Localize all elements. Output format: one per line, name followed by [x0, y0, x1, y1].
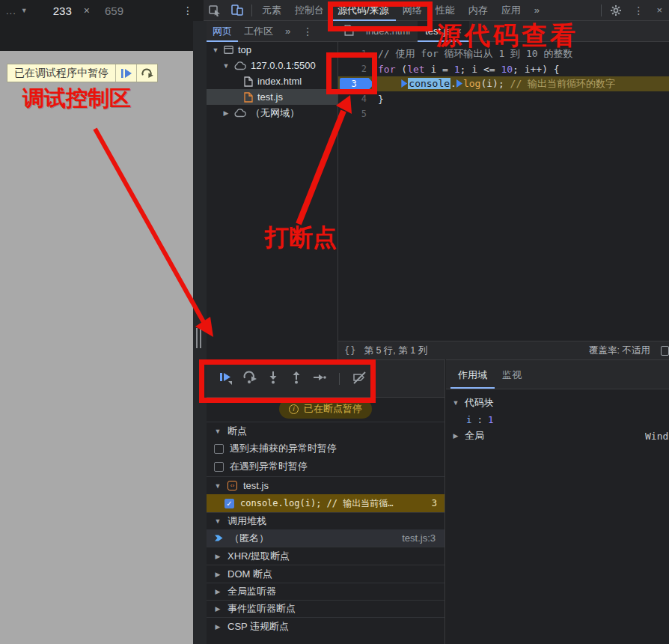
section-event-listener-breakpoints[interactable]: ▶ 事件监听器断点: [207, 600, 445, 617]
checkbox-checked[interactable]: ✓: [224, 499, 234, 508]
chevron-down-icon[interactable]: ▼: [222, 62, 230, 70]
gutter-line-number[interactable]: 4: [338, 94, 378, 104]
section-breakpoints[interactable]: ▼ 断点: [207, 422, 445, 440]
tab-console[interactable]: 控制台: [288, 0, 331, 21]
scope-variable-row[interactable]: i: 1: [446, 411, 669, 428]
more-tabs-button[interactable]: »: [528, 0, 546, 21]
tab-overflow-button[interactable]: ...: [6, 5, 16, 16]
checkbox-label: 在遇到异常时暂停: [230, 460, 308, 473]
editor-status-bar: {} 第 5 行, 第 1 列 覆盖率: 不适用: [338, 341, 669, 359]
code-editor[interactable]: 1 // 使用 for 循环输出从 1 到 10 的整数 2 for (let …: [338, 42, 669, 341]
device-toolbar-button[interactable]: [226, 4, 248, 16]
call-stack-frame-row[interactable]: （匿名） test.js:3: [207, 529, 445, 547]
section-title: 事件监听器断点: [227, 602, 296, 616]
sidebar-more-tabs-button[interactable]: »: [279, 21, 296, 42]
scope-pane: 作用域 监视 ▼ 代码块 i: 1 ▶ 全局 Wind: [446, 359, 669, 644]
resume-icon: [120, 68, 132, 79]
annotation-label-debug-area: 调试控制区: [22, 84, 131, 114]
section-title: 调用堆栈: [227, 514, 266, 528]
web-page-viewport: 已在调试程序中暂停: [0, 51, 193, 644]
inspect-cursor-icon: [209, 4, 221, 16]
scope-global-section[interactable]: ▶ 全局 Wind: [446, 428, 669, 444]
inspect-element-button[interactable]: [204, 4, 226, 16]
settings-button[interactable]: [605, 4, 627, 16]
sources-sidebar-tabs: 网页 工作区 » ⋮: [207, 21, 338, 42]
tree-item-label: test.js: [257, 91, 283, 103]
gutter-line-number[interactable]: 5: [338, 109, 378, 119]
scope-tab-bar: 作用域 监视: [446, 360, 669, 389]
section-xhr-breakpoints[interactable]: ▶ XHR/提取断点: [207, 547, 445, 565]
chevron-right-icon: ▶: [214, 571, 222, 578]
browser-tab-active[interactable]: 233: [53, 4, 72, 17]
cloud-icon: [234, 61, 246, 70]
annotation-box-breakpoint-marker: [326, 52, 377, 94]
devtools-menu-icon[interactable]: ⋮: [627, 4, 650, 16]
code-line-2: 2 for (let i = 1; i <= 10; i++) {: [338, 61, 669, 76]
dock-divider-strip: [193, 21, 207, 644]
toolbar-divider: [251, 4, 252, 16]
code-evaluated-token: console: [408, 78, 450, 89]
checkbox-unchecked[interactable]: [214, 462, 224, 472]
overlay-resume-button[interactable]: [115, 64, 136, 82]
annotation-label-set-breakpoint: 打断点: [265, 222, 337, 255]
tab-application[interactable]: 应用: [495, 0, 528, 21]
section-call-stack[interactable]: ▼ 调用堆栈: [207, 512, 445, 529]
checkbox-label: 遇到未捕获的异常时暂停: [230, 442, 337, 455]
tree-item-no-domain[interactable]: ▶ （无网域）: [207, 105, 337, 121]
clipped-panel-icon: [661, 346, 669, 356]
breakpoint-entry-row[interactable]: ✓ console.log(i); // 输出当前循… 3: [207, 494, 445, 512]
pause-uncaught-exceptions-row: 遇到未捕获的异常时暂停: [207, 440, 445, 458]
tree-item-test-js[interactable]: test.js: [207, 89, 337, 105]
tree-item-top[interactable]: ▼ top: [207, 42, 337, 58]
devtools-close-button[interactable]: ×: [650, 0, 669, 21]
step-target-icon[interactable]: [456, 79, 462, 88]
coverage-label: 覆盖率: 不适用: [589, 344, 650, 357]
overlay-step-over-button[interactable]: [136, 64, 157, 82]
code-function: log: [463, 78, 480, 89]
sidebar-menu-icon[interactable]: ⋮: [296, 25, 319, 37]
panel-drag-handle[interactable]: [196, 328, 201, 348]
browser-tab-inactive[interactable]: 659: [105, 4, 123, 17]
file-navigator-tree: ▼ top ▼ 127.0.0.1:5500 index.html test.j…: [207, 42, 338, 359]
tab-close-icon[interactable]: ×: [84, 4, 90, 16]
paused-overlay-label: 已在调试程序中暂停: [7, 64, 115, 82]
tab-workspace[interactable]: 工作区: [238, 21, 279, 42]
browser-menu-icon[interactable]: ⋮: [183, 4, 193, 16]
scope-block-section[interactable]: ▼ 代码块: [446, 395, 669, 411]
tab-memory[interactable]: 内存: [462, 0, 495, 21]
variable-separator: :: [477, 414, 483, 425]
chevron-down-icon: ▼: [214, 482, 222, 490]
section-csp-violation-breakpoints[interactable]: ▶ CSP 违规断点: [207, 617, 445, 635]
chevron-down-icon[interactable]: ▼: [212, 46, 219, 54]
tree-item-label: 127.0.0.1:5500: [251, 60, 316, 71]
code-text: (: [395, 64, 407, 75]
step-target-icon[interactable]: [401, 79, 407, 88]
chevron-right-icon[interactable]: ▶: [222, 109, 230, 117]
section-dom-breakpoints[interactable]: ▶ DOM 断点: [207, 565, 445, 583]
tab-page[interactable]: 网页: [207, 21, 238, 42]
tab-performance[interactable]: 性能: [429, 0, 462, 21]
cursor-position-label: 第 5 行, 第 1 列: [364, 344, 427, 357]
tab-elements[interactable]: 元素: [255, 0, 288, 21]
pretty-print-icon[interactable]: {}: [344, 345, 356, 356]
current-frame-icon: [214, 533, 224, 543]
code-keyword: for: [378, 64, 395, 75]
tree-item-label: top: [238, 44, 251, 55]
section-title: DOM 断点: [227, 568, 272, 581]
code-text: .: [450, 78, 456, 89]
chevron-down-icon[interactable]: ▼: [21, 7, 28, 14]
chevron-down-icon: ▼: [214, 517, 222, 525]
code-number: 10: [501, 64, 513, 75]
tab-watch[interactable]: 监视: [495, 362, 529, 389]
tab-scope[interactable]: 作用域: [450, 362, 495, 389]
section-global-listeners[interactable]: ▶ 全局监听器: [207, 583, 445, 600]
browser-tab-strip: ... ▼ 233 × 659 ⋮: [0, 0, 204, 21]
breakpoint-file-group[interactable]: ▼ ‹› test.js: [207, 476, 445, 494]
section-title: XHR/提取断点: [227, 550, 290, 563]
toolbar-divider: [601, 4, 602, 16]
chevron-right-icon: ▶: [214, 605, 222, 613]
tree-item-host[interactable]: ▼ 127.0.0.1:5500: [207, 58, 337, 73]
tree-item-index-html[interactable]: index.html: [207, 73, 337, 89]
checkbox-unchecked[interactable]: [214, 444, 224, 454]
info-icon: i: [289, 404, 299, 414]
